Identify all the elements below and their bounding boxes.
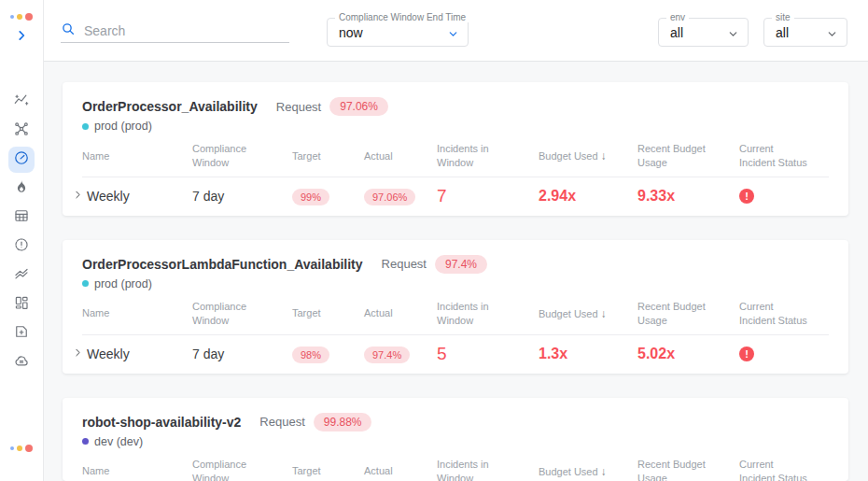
col-header-name[interactable]: Name	[82, 306, 192, 320]
incident-error-icon[interactable]: !	[739, 347, 754, 361]
row-name: Weekly	[87, 189, 130, 204]
logo-dot-red	[25, 445, 33, 452]
recent-budget-usage-value: 9.33x	[637, 188, 739, 205]
col-header-recent-budget-usage[interactable]: Recent Budget Usage	[637, 300, 723, 329]
env-label: prod (prod)	[94, 277, 152, 290]
col-header-compliance-window[interactable]: Compliance Window	[192, 142, 292, 171]
logo-dot-blue	[10, 446, 14, 450]
slo-list: OrderProcessor_Availability Request 97.0…	[44, 62, 868, 481]
topbar: Compliance Window End Time now env all s…	[44, 0, 868, 62]
actual-badge: 97.4%	[364, 347, 410, 363]
col-header-budget-used[interactable]: Budget Used↓	[539, 464, 637, 480]
col-header-target[interactable]: Target	[292, 306, 364, 320]
env-label: dev (dev)	[94, 435, 143, 448]
slo-card: OrderProcessor_Availability Request 97.0…	[63, 82, 848, 216]
budget-used-value: 1.3x	[539, 346, 637, 362]
sidebar-item-cloud[interactable]	[8, 349, 35, 375]
select-label: env	[666, 12, 689, 22]
sidebar	[0, 0, 44, 481]
sidebar-item-service-map[interactable]	[8, 118, 35, 144]
site-select[interactable]: site all	[763, 18, 847, 47]
select-label: site	[772, 12, 794, 22]
slo-card: robot-shop-availability-v2 Request 99.88…	[63, 398, 848, 481]
col-header-compliance-window[interactable]: Compliance Window	[192, 458, 292, 481]
metrics-sparkline-icon	[13, 92, 30, 112]
sidebar-item-metrics[interactable]	[8, 89, 35, 115]
dashboard-blocks-icon	[13, 294, 30, 315]
table-header-row: Name Compliance Window Target Actual Inc…	[82, 138, 829, 177]
col-header-incidents[interactable]: Incidents in Window	[437, 142, 523, 171]
slo-title[interactable]: robot-shop-availability-v2	[82, 415, 241, 430]
sidebar-item-dashboards[interactable]	[8, 291, 35, 318]
sort-desc-icon: ↓	[601, 307, 607, 320]
col-header-target[interactable]: Target	[292, 464, 364, 478]
sidebar-expand-button[interactable]	[11, 27, 32, 48]
slo-table-row[interactable]: Weekly 7 day 98% 97.4% 5 1.3x 5.02x !	[72, 335, 829, 374]
slo-card-header: OrderProcessorLambdaFunction_Availabilit…	[63, 255, 848, 290]
chevron-right-icon	[15, 29, 28, 46]
sidebar-item-slo[interactable]	[8, 147, 35, 173]
table-header-row: Name Compliance Window Target Actual Inc…	[82, 296, 829, 335]
service-map-icon	[13, 120, 30, 141]
col-header-incidents[interactable]: Incidents in Window	[437, 300, 523, 329]
col-header-name[interactable]: Name	[82, 149, 192, 163]
col-header-budget-used[interactable]: Budget Used↓	[539, 149, 637, 164]
logo-dot-yellow	[17, 14, 22, 20]
select-value: now	[339, 25, 363, 40]
col-header-recent-budget-usage[interactable]: Recent Budget Usage	[637, 458, 723, 481]
slo-type-label: Request	[259, 415, 304, 429]
slo-card: OrderProcessorLambdaFunction_Availabilit…	[63, 240, 848, 374]
sidebar-item-alerts[interactable]	[8, 233, 35, 260]
sort-desc-icon: ↓	[601, 465, 607, 478]
col-header-target[interactable]: Target	[292, 149, 364, 163]
env-dot	[82, 123, 89, 130]
logo-dot-blue	[10, 15, 14, 19]
slo-title[interactable]: OrderProcessorLambdaFunction_Availabilit…	[82, 257, 363, 272]
env-label: prod (prod)	[94, 120, 152, 133]
col-header-budget-used[interactable]: Budget Used↓	[539, 306, 637, 322]
slo-card-header: robot-shop-availability-v2 Request 99.88…	[63, 413, 848, 448]
row-expand-chevron-icon[interactable]	[72, 189, 84, 204]
table-header-row: Name Compliance Window Target Actual Inc…	[82, 454, 829, 481]
extension-add-icon	[13, 323, 30, 344]
actual-badge: 97.06%	[364, 189, 415, 205]
search-icon	[61, 21, 76, 40]
recent-budget-usage-value: 5.02x	[637, 346, 739, 362]
row-compliance-window: 7 day	[192, 189, 292, 204]
sort-desc-icon: ↓	[601, 149, 607, 163]
env-select[interactable]: env all	[658, 18, 749, 47]
search-input[interactable]	[84, 23, 271, 38]
budget-used-value: 2.94x	[539, 188, 637, 205]
col-header-compliance-window[interactable]: Compliance Window	[192, 300, 292, 329]
col-header-recent-budget-usage[interactable]: Recent Budget Usage	[637, 142, 723, 171]
sidebar-item-extensions[interactable]	[8, 320, 35, 347]
incidents-in-window-value: 5	[437, 344, 539, 364]
env-dot	[82, 280, 89, 287]
col-header-actual[interactable]: Actual	[364, 149, 437, 163]
logo-dot-red	[25, 13, 33, 21]
slo-type-label: Request	[276, 100, 321, 114]
col-header-current-incident-status[interactable]: Current Incident Status	[739, 142, 825, 171]
slo-type-label: Request	[382, 257, 427, 271]
select-value: all	[776, 25, 789, 40]
col-header-actual[interactable]: Actual	[364, 306, 437, 320]
app-logo-bottom	[10, 444, 33, 453]
sidebar-item-comparison[interactable]	[8, 262, 35, 289]
col-header-incidents[interactable]: Incidents in Window	[437, 458, 523, 481]
slo-title[interactable]: OrderProcessor_Availability	[82, 99, 258, 114]
col-header-current-incident-status[interactable]: Current Incident Status	[739, 300, 825, 329]
sidebar-item-tables[interactable]	[8, 205, 35, 231]
row-expand-chevron-icon[interactable]	[72, 347, 84, 361]
flame-icon	[13, 178, 30, 199]
col-header-name[interactable]: Name	[82, 464, 192, 478]
compliance-window-end-time-select[interactable]: Compliance Window End Time now	[327, 18, 469, 47]
chevron-down-icon	[826, 27, 838, 39]
incidents-in-window-value: 7	[437, 186, 539, 206]
col-header-actual[interactable]: Actual	[364, 464, 437, 478]
slo-table-row[interactable]: Weekly 7 day 99% 97.06% 7 2.94x 9.33x !	[72, 177, 829, 216]
col-header-current-incident-status[interactable]: Current Incident Status	[739, 458, 825, 481]
sidebar-item-incidents[interactable]	[8, 176, 35, 202]
env-dot	[82, 438, 89, 445]
incident-error-icon[interactable]: !	[739, 189, 754, 204]
logo-dot-yellow	[17, 446, 22, 451]
